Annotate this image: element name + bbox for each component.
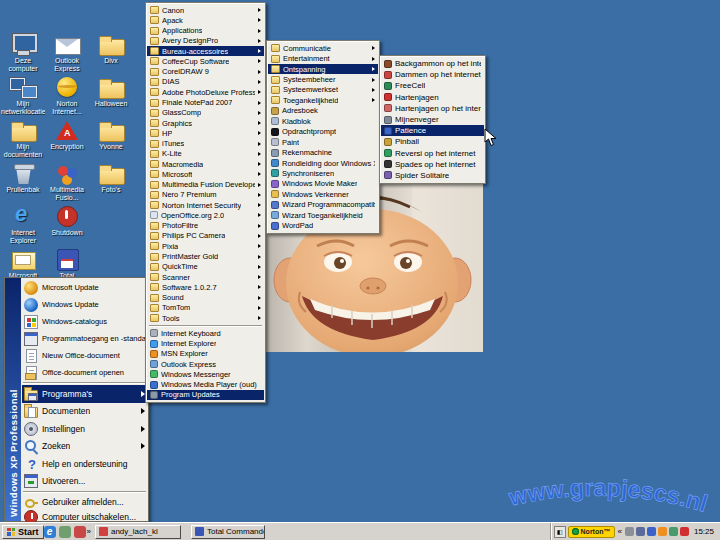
quick-launch-overflow-chevron[interactable]: » [87, 527, 91, 536]
desktop-icon[interactable]: Mijn documenten [1, 120, 45, 163]
menu-item[interactable]: Finale NotePad 2007 [147, 97, 264, 107]
menu-item[interactable]: Systeembeheer [268, 74, 378, 84]
menu-item[interactable]: OpenOffice.org 2.0 [147, 210, 264, 220]
desktop-icon[interactable]: Deze computer [1, 34, 45, 77]
menu-item[interactable]: Windows Verkenner [268, 189, 378, 199]
menu-item[interactable]: Pinball [381, 136, 484, 147]
menu-item[interactable]: QuickTime [147, 262, 264, 272]
menu-item[interactable]: Outlook Express [147, 359, 264, 369]
menu-item[interactable]: Communicatie [268, 43, 378, 53]
start-menu-item[interactable]: Nieuw Office-document [22, 347, 147, 364]
menu-item[interactable]: Paint [268, 137, 378, 147]
menu-item[interactable]: Multimedia Fusion Developer 2 [147, 180, 264, 190]
taskbar-clock[interactable]: 15:25 [694, 527, 717, 536]
menu-item[interactable]: Spades op het internet [381, 159, 484, 170]
desktop-icon[interactable]: Shutdown [45, 206, 89, 249]
start-menu-item[interactable]: Help en ondersteuning [22, 455, 147, 473]
start-menu-item[interactable]: Windows Update [22, 296, 147, 313]
menu-item[interactable]: Backgammon op het internet [381, 58, 484, 69]
start-menu-item[interactable]: Uitvoeren... [22, 473, 147, 491]
menu-item[interactable]: Program Updates [147, 390, 264, 400]
menu-item[interactable]: CoffeeCup Software [147, 56, 264, 66]
menu-item[interactable]: Windows Media Player (oud) [147, 380, 264, 390]
menu-item[interactable]: Hartenjagen [381, 92, 484, 103]
start-menu-item[interactable]: Windows-catalogus [22, 313, 147, 330]
desktop-icon[interactable]: Internet Explorer [1, 206, 45, 249]
menu-item[interactable]: WordPad [268, 220, 378, 230]
quick-launch-icon[interactable] [59, 526, 71, 538]
menu-item[interactable]: Opdrachtprompt [268, 127, 378, 137]
desktop-icon[interactable]: Mijn netwerklocaties [1, 77, 45, 120]
menu-item[interactable]: Mijnenveger [381, 114, 484, 125]
menu-item[interactable]: K-Lite [147, 149, 264, 159]
menu-item[interactable]: Apack [147, 15, 264, 25]
menu-item[interactable]: Applications [147, 26, 264, 36]
menu-item[interactable]: Bureau-accessoires [147, 46, 264, 56]
start-menu-item[interactable]: Gebruiker afmelden... [22, 494, 147, 509]
menu-item[interactable]: Adobe PhotoDeluxe Professional [147, 87, 264, 97]
menu-item[interactable]: GlassComp [147, 108, 264, 118]
desktop-icon[interactable]: Outlook Express [45, 34, 89, 77]
menu-item[interactable]: MSN Explorer [147, 349, 264, 359]
start-menu-item[interactable]: Instellingen [22, 420, 147, 438]
start-menu-item[interactable]: Zoeken [22, 438, 147, 456]
menu-item[interactable]: FreeCell [381, 80, 484, 91]
menu-item[interactable]: Macromedia [147, 159, 264, 169]
desktop-icon[interactable]: Prullenbak [1, 163, 45, 206]
tray-chevron[interactable]: « [618, 527, 622, 536]
menu-item[interactable]: Rondleiding door Windows XP [268, 158, 378, 168]
menu-item[interactable]: Kladblok [268, 116, 378, 126]
menu-item[interactable]: PrintMaster Gold [147, 251, 264, 261]
menu-item[interactable]: Canon [147, 5, 264, 15]
menu-item[interactable]: Sound [147, 292, 264, 302]
menu-item[interactable]: Spider Solitaire [381, 170, 484, 181]
menu-item[interactable]: Tools [147, 313, 264, 323]
desktop-surface[interactable]: Deze computerMijn netwerklocatiesMijn do… [0, 0, 720, 540]
menu-item[interactable]: Entertainment [268, 53, 378, 63]
menu-item[interactable]: Internet Keyboard [147, 328, 264, 338]
menu-item[interactable]: Toegankelijkheid [268, 95, 378, 105]
menu-item[interactable]: Reversi op het internet [381, 148, 484, 159]
tray-icon[interactable] [636, 527, 645, 536]
menu-item[interactable]: Philips PC Camera [147, 231, 264, 241]
menu-item[interactable]: Graphics [147, 118, 264, 128]
menu-item[interactable]: Patience [381, 125, 484, 136]
quick-launch-icon[interactable]: e [44, 526, 56, 538]
desktop-icon[interactable]: Foto's [89, 163, 133, 206]
start-menu-item[interactable]: Office-document openen [22, 364, 147, 381]
desktop-icon[interactable]: Encryption [45, 120, 89, 163]
tray-icon[interactable] [658, 527, 667, 536]
menu-item[interactable]: Windows Messenger [147, 369, 264, 379]
start-button[interactable]: Start [2, 525, 44, 539]
menu-item[interactable]: Norton Internet Security [147, 200, 264, 210]
desktop-icon[interactable]: Yvonne [89, 120, 133, 163]
menu-item[interactable]: iTunes [147, 138, 264, 148]
start-menu-item[interactable]: Microsoft Update [22, 279, 147, 296]
menu-item[interactable]: Hartenjagen op het internet [381, 103, 484, 114]
menu-item[interactable]: PhotoFiltre [147, 221, 264, 231]
menu-item[interactable]: Systeemwerkset [268, 85, 378, 95]
menu-item[interactable]: Windows Movie Maker [268, 179, 378, 189]
menu-item[interactable]: Nero 7 Premium [147, 190, 264, 200]
menu-item[interactable]: Synchroniseren [268, 168, 378, 178]
taskbar-window-button[interactable]: andy_lach_kl [95, 525, 181, 539]
menu-item[interactable]: Wizard Toegankelijkheid [268, 210, 378, 220]
menu-item[interactable]: TomTom [147, 303, 264, 313]
menu-item[interactable]: Adresboek [268, 106, 378, 116]
menu-item[interactable]: DIAS [147, 77, 264, 87]
menu-item[interactable]: Pixia [147, 241, 264, 251]
menu-item[interactable]: Internet Explorer [147, 339, 264, 349]
quick-launch-icon[interactable] [74, 526, 86, 538]
tray-icon[interactable] [680, 527, 689, 536]
tray-icon[interactable] [625, 527, 634, 536]
norton-tray-badge[interactable]: Norton™ [568, 526, 615, 538]
desktop-icon[interactable]: Multimedia Fusio... [45, 163, 89, 206]
menu-item[interactable]: Rekenmachine [268, 147, 378, 157]
desktop-icon[interactable]: Norton Internet... [45, 77, 89, 120]
menu-item[interactable]: CorelDRAW 9 [147, 67, 264, 77]
menu-item[interactable]: Ontspanning [268, 64, 378, 74]
desktop-icon[interactable]: Divx [89, 34, 133, 77]
menu-item[interactable]: Dammen op het internet [381, 69, 484, 80]
menu-item[interactable]: Wizard Programmacompatibiliteit [268, 200, 378, 210]
menu-item[interactable]: HP [147, 128, 264, 138]
